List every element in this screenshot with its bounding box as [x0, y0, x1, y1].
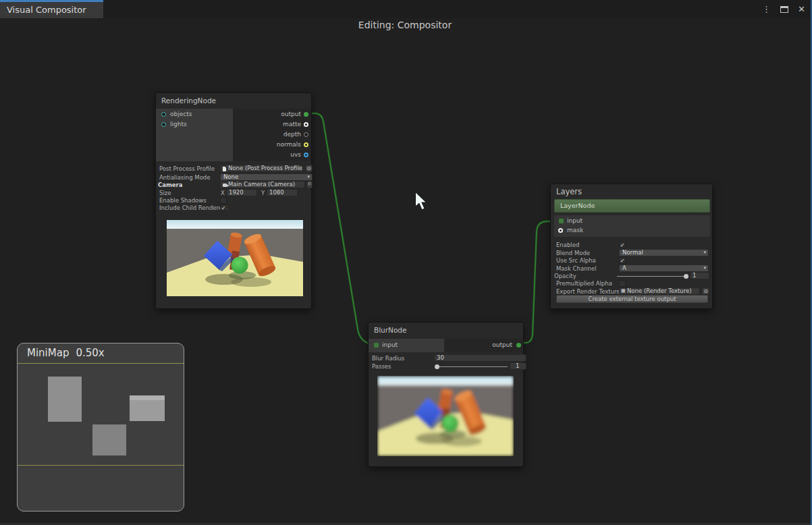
port-input-icon[interactable]: [559, 219, 564, 223]
chevron-down-icon: ▾: [307, 174, 310, 180]
post-process-label: Post Process Profile: [159, 165, 215, 172]
port-output-label: output: [281, 110, 301, 119]
blend-mode-dropdown[interactable]: Normal ▾: [619, 249, 709, 256]
port-input-label: input: [567, 217, 583, 225]
passes-label: Passes: [372, 363, 391, 370]
chevron-down-icon: ▾: [703, 265, 706, 271]
minimap-rect-layers-node: [130, 395, 165, 421]
port-matte-icon[interactable]: [304, 122, 308, 127]
size-x-field[interactable]: 1920: [226, 189, 257, 196]
node-layers[interactable]: Layers LayerNode input mask Enabled ✓: [550, 184, 713, 309]
post-process-picker-button[interactable]: ⊙: [305, 165, 313, 172]
blur-ports: input output: [369, 339, 523, 352]
export-render-texture-field[interactable]: ▦ None (Render Texture): [619, 287, 700, 295]
port-depth-label: depth: [283, 130, 301, 139]
editing-label: Editing: Compositor: [304, 20, 506, 30]
port-blur-output-icon[interactable]: [516, 343, 521, 348]
edge-rendering-output-to-blur-input[interactable]: [308, 113, 373, 343]
blend-mode-label: Blend Mode: [556, 250, 590, 256]
size-label: Size: [159, 190, 171, 196]
rendering-preview-image: [167, 220, 303, 296]
minimap-viewport-top-line: [18, 363, 184, 364]
texture-icon: ▦: [621, 288, 626, 294]
passes-slider-track[interactable]: [436, 366, 508, 367]
passes-field[interactable]: 1: [510, 362, 526, 370]
chevron-down-icon: ▾: [703, 250, 706, 256]
port-objects-icon[interactable]: [161, 112, 166, 117]
include-child-label: Include Child Renderers: [159, 204, 227, 211]
mask-channel-label: Mask Channel: [556, 265, 597, 272]
port-normals-label: normals: [277, 140, 301, 149]
opacity-slider-track[interactable]: [617, 276, 686, 277]
port-lights-label: lights: [170, 120, 187, 129]
port-mask-label: mask: [567, 226, 583, 235]
enabled-label: Enabled: [556, 242, 579, 248]
close-icon[interactable]: ✕: [798, 5, 805, 13]
size-x-value: 1920: [229, 189, 244, 196]
layers-ports: input mask: [554, 215, 710, 237]
port-uvs-label: uvs: [290, 150, 301, 159]
minimap-panel[interactable]: MiniMap0.50x: [17, 343, 184, 512]
camera-icon: [223, 184, 227, 187]
passes-slider-handle[interactable]: [435, 364, 439, 369]
include-child-checkbox[interactable]: ✓: [220, 204, 227, 211]
node-layers-title: Layers: [556, 187, 582, 196]
rendering-ports: objects lights output matte depth: [156, 109, 311, 161]
node-blur-header[interactable]: BlurNode: [369, 323, 523, 337]
passes-value: 1: [516, 362, 519, 369]
port-mask-icon[interactable]: [558, 228, 563, 233]
antialiasing-dropdown[interactable]: None ▾: [220, 173, 313, 181]
use-src-alpha-label: Use Src Alpha: [556, 257, 596, 264]
port-depth-icon[interactable]: [304, 132, 308, 137]
port-blur-input-label: input: [382, 341, 398, 350]
create-external-texture-label: Create external texture output: [588, 296, 676, 302]
enable-shadows-label: Enable Shadows: [159, 197, 207, 204]
node-graph-canvas[interactable]: Editing: Compositor RenderingNode object…: [0, 18, 812, 525]
node-blur[interactable]: BlurNode input output Blur Radius 30: [368, 322, 524, 467]
tab-visual-compositor[interactable]: Visual Compositor: [0, 0, 103, 18]
blur-radius-field[interactable]: 30: [434, 354, 526, 362]
opacity-value: 1: [693, 272, 696, 279]
port-normals-icon[interactable]: [304, 142, 308, 147]
opacity-slider-handle[interactable]: [684, 274, 688, 279]
mask-channel-value: A: [622, 265, 626, 271]
size-y-value: 1080: [269, 189, 284, 196]
asset-icon: [223, 167, 226, 171]
port-uvs-icon[interactable]: [304, 153, 308, 157]
node-layers-header[interactable]: Layers: [551, 184, 712, 199]
title-bar: Visual Compositor ⋮ ✕: [0, 0, 812, 18]
camera-value: Main Camera (Camera): [228, 181, 295, 188]
node-rendering-header[interactable]: RenderingNode: [156, 93, 311, 108]
maximize-icon[interactable]: [780, 6, 788, 13]
antialiasing-label: Antialiasing Mode: [159, 174, 210, 181]
blur-radius-label: Blur Radius: [372, 355, 404, 362]
export-texture-picker-button[interactable]: ⊙: [702, 287, 709, 295]
node-rendering[interactable]: RenderingNode objects lights output matt…: [155, 92, 312, 309]
window-menu-icon[interactable]: ⋮: [762, 5, 771, 13]
camera-picker-button[interactable]: ⌑: [306, 181, 313, 188]
opacity-label: Opacity: [554, 273, 576, 279]
port-matte-label: matte: [283, 120, 301, 129]
node-blur-title: BlurNode: [374, 326, 407, 334]
use-src-alpha-checkbox[interactable]: ✓: [619, 257, 626, 264]
premultiplied-checkbox[interactable]: [619, 280, 626, 287]
blur-preview-image: [377, 376, 514, 456]
port-blur-input-icon[interactable]: [374, 343, 379, 348]
port-output-icon[interactable]: [304, 112, 308, 117]
enable-shadows-checkbox[interactable]: [220, 197, 227, 204]
minimap-rect-blur-node: [92, 424, 126, 455]
size-x-label: X: [221, 190, 225, 196]
minimap-title: MiniMap0.50x: [27, 347, 105, 359]
layer-item-layernode[interactable]: LayerNode: [554, 199, 710, 213]
enabled-checkbox[interactable]: ✓: [619, 242, 626, 248]
camera-object-field[interactable]: Main Camera (Camera): [220, 181, 305, 188]
mouse-cursor: [414, 191, 429, 211]
post-process-object-field[interactable]: None (Post Process Profile): [220, 165, 303, 172]
size-y-field[interactable]: 1080: [267, 189, 298, 196]
port-objects-label: objects: [170, 110, 192, 119]
mask-channel-dropdown[interactable]: A ▾: [619, 265, 709, 272]
create-external-texture-button[interactable]: Create external texture output: [556, 295, 708, 303]
camera-label: Camera: [158, 182, 183, 188]
opacity-field[interactable]: 1: [690, 272, 709, 279]
port-lights-icon[interactable]: [161, 122, 166, 127]
